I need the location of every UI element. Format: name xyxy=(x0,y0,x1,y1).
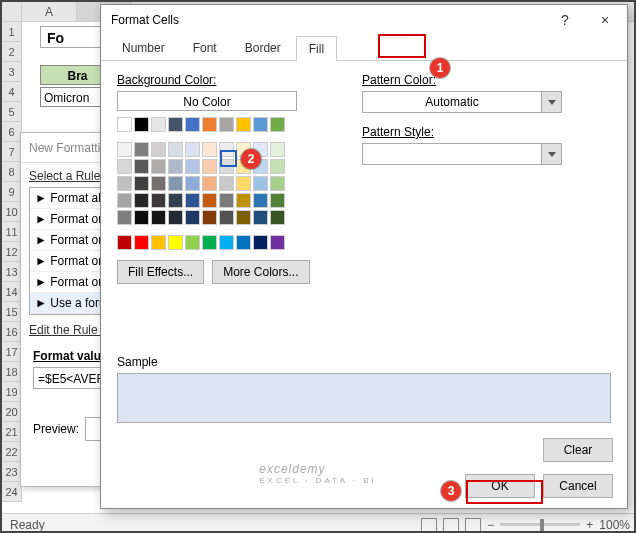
color-swatch[interactable] xyxy=(236,210,251,225)
color-swatch[interactable] xyxy=(202,210,217,225)
color-swatch[interactable] xyxy=(134,142,149,157)
color-swatch[interactable] xyxy=(253,235,268,250)
color-swatch[interactable] xyxy=(117,159,132,174)
view-normal-icon[interactable] xyxy=(421,518,437,532)
tab-font[interactable]: Font xyxy=(180,35,230,60)
col-A[interactable]: A xyxy=(22,2,77,21)
color-swatch[interactable] xyxy=(185,193,200,208)
color-swatch[interactable] xyxy=(270,159,285,174)
color-swatch[interactable] xyxy=(219,159,234,174)
tint-color-grid xyxy=(117,142,332,225)
more-colors-button[interactable]: More Colors... xyxy=(212,260,309,284)
color-swatch[interactable] xyxy=(168,193,183,208)
nfr-preview-label: Preview: xyxy=(33,422,79,436)
color-swatch[interactable] xyxy=(151,159,166,174)
color-swatch[interactable] xyxy=(168,210,183,225)
color-swatch[interactable] xyxy=(117,117,132,132)
color-swatch[interactable] xyxy=(134,210,149,225)
color-swatch[interactable] xyxy=(134,176,149,191)
close-button[interactable]: × xyxy=(585,6,625,34)
color-swatch[interactable] xyxy=(168,235,183,250)
color-swatch[interactable] xyxy=(270,193,285,208)
color-swatch[interactable] xyxy=(270,142,285,157)
color-swatch[interactable] xyxy=(202,193,217,208)
color-swatch[interactable] xyxy=(134,193,149,208)
status-ready: Ready xyxy=(10,518,45,532)
color-swatch[interactable] xyxy=(134,235,149,250)
select-all-corner[interactable] xyxy=(2,2,22,21)
theme-color-row xyxy=(117,117,332,132)
fc-tabs: Number Font Border Fill xyxy=(101,35,627,61)
color-swatch[interactable] xyxy=(202,142,217,157)
zoom-level[interactable]: 100% xyxy=(599,518,630,532)
color-swatch[interactable] xyxy=(253,117,268,132)
format-cells-dialog: Format Cells ? × Number Font Border Fill… xyxy=(100,4,628,509)
color-swatch[interactable] xyxy=(202,176,217,191)
color-swatch[interactable] xyxy=(185,159,200,174)
color-swatch[interactable] xyxy=(168,117,183,132)
color-swatch[interactable] xyxy=(202,117,217,132)
pattern-style-dropdown[interactable] xyxy=(362,143,562,165)
color-swatch[interactable] xyxy=(117,210,132,225)
pattern-color-dropdown[interactable]: Automatic xyxy=(362,91,562,113)
color-swatch[interactable] xyxy=(151,176,166,191)
color-swatch[interactable] xyxy=(202,159,217,174)
chevron-down-icon[interactable] xyxy=(541,144,561,164)
color-swatch[interactable] xyxy=(117,193,132,208)
color-swatch[interactable] xyxy=(202,235,217,250)
color-swatch[interactable] xyxy=(185,176,200,191)
color-swatch[interactable] xyxy=(219,117,234,132)
color-swatch[interactable] xyxy=(219,193,234,208)
tab-border[interactable]: Border xyxy=(232,35,294,60)
color-swatch[interactable] xyxy=(236,235,251,250)
view-break-icon[interactable] xyxy=(465,518,481,532)
color-swatch[interactable] xyxy=(185,142,200,157)
color-swatch[interactable] xyxy=(151,117,166,132)
color-swatch[interactable] xyxy=(270,210,285,225)
fill-effects-button[interactable]: Fill Effects... xyxy=(117,260,204,284)
color-swatch[interactable] xyxy=(219,142,234,157)
color-swatch[interactable] xyxy=(151,193,166,208)
color-swatch[interactable] xyxy=(270,235,285,250)
color-swatch[interactable] xyxy=(185,210,200,225)
color-swatch[interactable] xyxy=(117,235,132,250)
callout-2: 2 xyxy=(241,149,261,169)
help-button[interactable]: ? xyxy=(545,6,585,34)
clear-button[interactable]: Clear xyxy=(543,438,613,462)
sample-preview xyxy=(117,373,611,423)
color-swatch[interactable] xyxy=(185,235,200,250)
tab-fill[interactable]: Fill xyxy=(296,36,337,61)
color-swatch[interactable] xyxy=(168,142,183,157)
color-swatch[interactable] xyxy=(219,176,234,191)
color-swatch[interactable] xyxy=(117,176,132,191)
color-swatch[interactable] xyxy=(270,176,285,191)
color-swatch[interactable] xyxy=(253,210,268,225)
ok-button[interactable]: OK xyxy=(465,474,535,498)
color-swatch[interactable] xyxy=(236,193,251,208)
color-swatch[interactable] xyxy=(236,176,251,191)
color-swatch[interactable] xyxy=(185,117,200,132)
tab-number[interactable]: Number xyxy=(109,35,178,60)
color-swatch[interactable] xyxy=(253,176,268,191)
color-swatch[interactable] xyxy=(151,142,166,157)
color-swatch[interactable] xyxy=(151,235,166,250)
color-swatch[interactable] xyxy=(134,117,149,132)
color-swatch[interactable] xyxy=(270,117,285,132)
color-swatch[interactable] xyxy=(219,210,234,225)
color-swatch[interactable] xyxy=(219,235,234,250)
zoom-plus-icon[interactable]: + xyxy=(586,518,593,532)
color-swatch[interactable] xyxy=(168,159,183,174)
color-swatch[interactable] xyxy=(134,159,149,174)
zoom-slider[interactable] xyxy=(500,523,580,526)
chevron-down-icon[interactable] xyxy=(541,92,561,112)
fc-titlebar[interactable]: Format Cells ? × xyxy=(101,5,627,35)
color-swatch[interactable] xyxy=(151,210,166,225)
zoom-minus-icon[interactable]: − xyxy=(487,518,494,532)
view-layout-icon[interactable] xyxy=(443,518,459,532)
color-swatch[interactable] xyxy=(117,142,132,157)
color-swatch[interactable] xyxy=(253,193,268,208)
color-swatch[interactable] xyxy=(168,176,183,191)
no-color-button[interactable]: No Color xyxy=(117,91,297,111)
cancel-button[interactable]: Cancel xyxy=(543,474,613,498)
color-swatch[interactable] xyxy=(236,117,251,132)
